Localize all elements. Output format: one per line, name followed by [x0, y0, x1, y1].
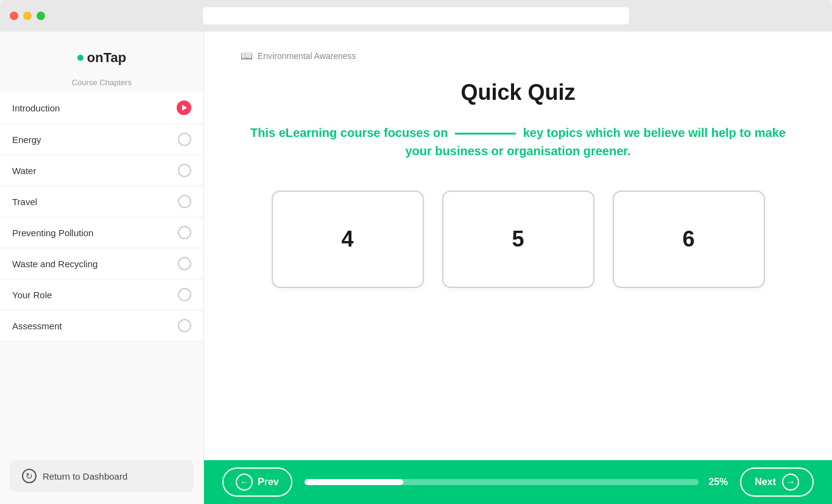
breadcrumb: 📖 Environmental Awareness — [241, 50, 795, 61]
course-chapters-label: Course Chapters — [0, 78, 203, 87]
chapter-label-waste-recycling: Waste and Recycling — [12, 259, 97, 269]
main-content: 📖 Environmental Awareness Quick Quiz Thi… — [204, 32, 832, 460]
quiz-prompt-part1: This eLearning course focuses on — [250, 126, 448, 139]
answer-card-5[interactable]: 5 — [442, 191, 594, 288]
return-icon: ↻ — [22, 469, 37, 483]
progress-bar-fill — [305, 479, 403, 485]
sidebar-item-assessment[interactable]: Assessment — [0, 310, 203, 341]
circle-icon-energy — [178, 133, 191, 146]
logo: onTap — [77, 50, 126, 66]
sidebar-item-your-role[interactable]: Your Role — [0, 279, 203, 310]
chapter-list: Introduction Energy Water Travel Prevent… — [0, 92, 203, 448]
answer-card-6[interactable]: 6 — [613, 191, 765, 288]
sidebar-item-waste-recycling[interactable]: Waste and Recycling — [0, 248, 203, 279]
next-label: Next — [755, 477, 776, 488]
circle-icon-travel — [178, 195, 191, 208]
logo-dot-icon — [77, 55, 83, 61]
quiz-prompt-part2: key topics which we believe will help to… — [405, 126, 786, 158]
traffic-light-yellow[interactable] — [23, 12, 32, 20]
quiz-blank — [455, 133, 516, 135]
chapter-label-water: Water — [12, 166, 36, 176]
sidebar-item-energy[interactable]: Energy — [0, 124, 203, 155]
logo-text: onTap — [87, 50, 126, 66]
sidebar-item-preventing-pollution[interactable]: Preventing Pollution — [0, 217, 203, 248]
chapter-label-assessment: Assessment — [12, 321, 62, 331]
breadcrumb-label: Environmental Awareness — [258, 51, 356, 61]
answer-value-6: 6 — [682, 226, 694, 252]
circle-icon-assessment — [178, 319, 191, 332]
circle-icon-your-role — [178, 288, 191, 301]
return-dashboard-button[interactable]: ↻ Return to Dashboard — [10, 460, 194, 492]
app-container: onTap Course Chapters Introduction Energ… — [0, 32, 832, 504]
bottom-bar: ← Prev 25% Next → — [204, 460, 832, 504]
traffic-light-green[interactable] — [37, 12, 45, 20]
chapter-label-energy: Energy — [12, 135, 41, 145]
book-icon: 📖 — [241, 50, 253, 61]
address-bar[interactable] — [203, 7, 629, 24]
traffic-light-red[interactable] — [10, 12, 18, 20]
circle-icon-water — [178, 164, 191, 177]
prev-arrow-icon: ← — [236, 474, 253, 491]
sidebar-item-water[interactable]: Water — [0, 155, 203, 186]
answer-options: 4 5 6 — [241, 191, 795, 288]
progress-label: 25% — [708, 477, 728, 488]
sidebar: onTap Course Chapters Introduction Energ… — [0, 32, 204, 504]
circle-icon-waste-recycling — [178, 257, 191, 270]
answer-card-4[interactable]: 4 — [272, 191, 424, 288]
circle-icon-preventing-pollution — [178, 226, 191, 239]
prev-label: Prev — [258, 477, 279, 488]
logo-area: onTap — [0, 32, 203, 78]
sidebar-item-travel[interactable]: Travel — [0, 186, 203, 217]
next-arrow-icon: → — [782, 474, 799, 491]
answer-value-4: 4 — [341, 226, 353, 252]
chapter-label-preventing-pollution: Preventing Pollution — [12, 228, 93, 238]
return-dashboard-label: Return to Dashboard — [43, 471, 127, 481]
next-button[interactable]: Next → — [740, 467, 814, 497]
chapter-label-your-role: Your Role — [12, 290, 52, 300]
quiz-prompt: This eLearning course focuses on key top… — [241, 124, 795, 160]
chapter-label-travel: Travel — [12, 197, 37, 207]
page-title: Quick Quiz — [241, 80, 795, 105]
prev-button[interactable]: ← Prev — [222, 467, 292, 497]
progress-area: 25% — [305, 477, 728, 488]
answer-value-5: 5 — [512, 226, 524, 252]
progress-bar-background — [305, 479, 699, 485]
sidebar-item-introduction[interactable]: Introduction — [0, 92, 203, 124]
chapter-label-introduction: Introduction — [12, 103, 60, 113]
window-chrome — [0, 0, 832, 32]
play-icon — [177, 100, 191, 115]
